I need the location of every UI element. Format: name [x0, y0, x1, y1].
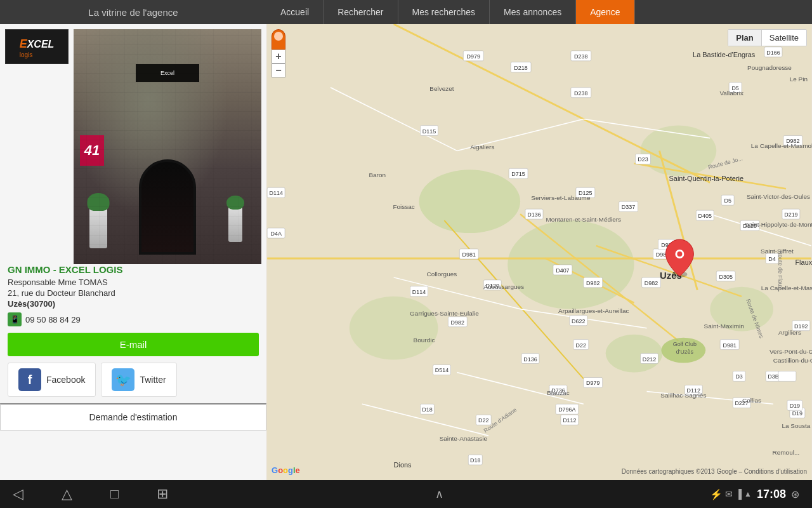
screenshot-button[interactable]: ⊞ [157, 486, 168, 502]
svg-text:D4A: D4A [270, 231, 281, 237]
wifi-icon: ▲ [744, 490, 752, 498]
svg-text:Vallabrix: Vallabrix [719, 90, 743, 97]
svg-text:D166: D166 [766, 50, 780, 56]
svg-text:D796A: D796A [558, 406, 575, 413]
svg-text:D3: D3 [735, 373, 742, 380]
svg-text:Blauzac: Blauzac [547, 389, 569, 396]
facebook-label: Facebook [46, 375, 85, 385]
svg-text:Saint-Victor-des-Oules: Saint-Victor-des-Oules [747, 193, 810, 200]
up-button[interactable]: ∧ [435, 487, 443, 501]
svg-text:Baron: Baron [369, 171, 386, 178]
map-plan-button[interactable]: Plan [728, 30, 761, 46]
svg-text:D981: D981 [462, 251, 476, 258]
phone-number: 09 50 88 84 29 [25, 315, 81, 324]
center-nav: ∧ [435, 487, 443, 501]
nav-accueil[interactable]: Accueil [266, 0, 324, 24]
svg-text:D3B: D3B [768, 373, 778, 380]
home-button[interactable]: △ [62, 486, 72, 502]
svg-text:D622: D622 [572, 318, 585, 324]
top-navigation: Accueil Rechercher Mes recherches Mes an… [266, 0, 812, 24]
svg-text:Aigaliers: Aigaliers [470, 144, 494, 150]
email-button[interactable]: E-mail [8, 333, 259, 356]
time-display: 17:08 [757, 488, 786, 501]
svg-text:Sainte-Anastasie: Sainte-Anastasie [440, 435, 488, 442]
svg-text:Aubussargues: Aubussargues [483, 283, 524, 290]
svg-text:Belvezet: Belvezet [429, 85, 454, 92]
phone-icon: 📱 [8, 312, 22, 326]
nav-mes-recherches[interactable]: Mes recherches [398, 0, 490, 24]
nav-mes-annonces[interactable]: Mes annonces [490, 0, 576, 24]
map-attribution: Données cartographiques ©2013 Google – C… [622, 468, 807, 475]
svg-rect-118 [778, 371, 796, 381]
svg-text:Collorgues: Collorgues [427, 271, 457, 277]
svg-text:D305: D305 [719, 274, 732, 280]
twitter-label: Twitter [140, 375, 166, 385]
zoom-out-button[interactable]: − [272, 64, 285, 77]
svg-text:D979: D979 [467, 53, 480, 60]
svg-text:D115: D115 [422, 128, 436, 135]
svg-text:D979: D979 [586, 380, 599, 386]
extra-icon: ⊛ [791, 488, 799, 500]
svg-text:Le Pin: Le Pin [790, 76, 808, 83]
svg-text:Serviers-et-Labaume: Serviers-et-Labaume [531, 194, 591, 201]
recents-button[interactable]: □ [110, 486, 119, 502]
svg-text:Arpaillargues-et-Aureillac: Arpaillargues-et-Aureillac [558, 307, 629, 314]
agency-manager: Responsable Mme TOMAS [8, 277, 259, 287]
svg-text:d'Uzès: d'Uzès [676, 349, 694, 355]
svg-text:La Capelle-et-Masmolène: La Capelle-et-Masmolène [761, 284, 812, 291]
logo-sub: logis [20, 51, 55, 58]
status-bar: ⚡ ✉ ▐ ▲ 17:08 ⊛ [710, 488, 799, 501]
map-controls: Plan Satellite [728, 29, 807, 46]
bottom-bar: ◁ △ □ ⊞ ∧ ⚡ ✉ ▐ ▲ 17:08 ⊛ [0, 480, 812, 508]
svg-text:D238: D238 [574, 53, 587, 60]
svg-text:Castiilion-du-Gard: Castiilion-du-Gard [773, 357, 812, 364]
svg-text:D982: D982 [586, 280, 599, 286]
google-logo: Google [272, 465, 300, 475]
svg-text:D136: D136 [523, 356, 537, 363]
zoom-in-button[interactable]: + [272, 50, 285, 64]
social-area: f Facebook 🐦 Twitter [8, 363, 259, 403]
svg-text:D22: D22 [478, 417, 488, 424]
svg-text:Bourdic: Bourdic [414, 337, 435, 344]
back-button[interactable]: ◁ [13, 486, 23, 502]
svg-text:Saint-Hippolyte-de-Montaigu: Saint-Hippolyte-de-Montaigu [745, 221, 812, 228]
svg-text:D407: D407 [556, 267, 569, 274]
svg-text:La Bastide-d'Engras: La Bastide-d'Engras [693, 51, 756, 58]
svg-text:D112: D112 [563, 417, 576, 424]
svg-text:D114: D114 [269, 190, 282, 196]
svg-text:Garrigues-Sainte-Eulalie: Garrigues-Sainte-Eulalie [410, 310, 479, 317]
svg-point-1 [419, 170, 521, 233]
map-svg: D238 D979 D218 D238 D115 D5 D23 D715 D12… [266, 24, 812, 480]
usb-icon: ⚡ [710, 488, 723, 500]
svg-text:Foissac: Foissac [393, 203, 414, 210]
svg-text:D19: D19 [790, 403, 800, 409]
svg-text:La Sousta: La Sousta [782, 422, 810, 429]
svg-text:La Capelle-et-Masmolène: La Capelle-et-Masmolène [751, 142, 812, 149]
nav-agence[interactable]: Agence [576, 0, 634, 24]
svg-text:D212: D212 [643, 356, 656, 363]
agency-name: GN IMMO - EXCEL LOGIS [8, 264, 259, 275]
svg-text:Vers-Pont-du-Gard: Vers-Pont-du-Gard [769, 348, 812, 355]
panel-title: La vitrine de l'agence [0, 0, 266, 24]
agency-phone: 📱 09 50 88 84 29 [8, 312, 259, 326]
nav-rechercher[interactable]: Rechercher [324, 0, 398, 24]
svg-text:D218: D218 [514, 65, 527, 71]
svg-text:Saint-Maximin: Saint-Maximin [704, 323, 744, 330]
left-panel: La vitrine de l'agence EXCEL logis Excel [0, 0, 266, 508]
svg-text:Remoul...: Remoul... [773, 449, 800, 456]
twitter-button[interactable]: 🐦 Twitter [101, 363, 177, 397]
svg-text:D18: D18 [470, 457, 480, 464]
svg-text:D219: D219 [784, 211, 797, 218]
svg-text:D22: D22 [576, 342, 586, 349]
estimation-button[interactable]: Demande d'estimation [0, 403, 266, 431]
agency-address: 21, rue du Docteur Blanchard [8, 288, 259, 298]
status-icons: ⚡ ✉ ▐ ▲ [710, 488, 752, 500]
svg-text:Saint-Quentin-la-Poterie: Saint-Quentin-la-Poterie [669, 175, 744, 182]
svg-text:D19: D19 [792, 410, 802, 417]
facebook-button[interactable]: f Facebook [8, 363, 96, 397]
logo-text: EXCEL [20, 35, 55, 51]
agency-logo-col: EXCEL logis [5, 29, 69, 64]
agency-photo: Excel 41 [74, 29, 261, 264]
map-satellite-button[interactable]: Satellite [762, 30, 806, 46]
twitter-icon: 🐦 [112, 368, 134, 391]
